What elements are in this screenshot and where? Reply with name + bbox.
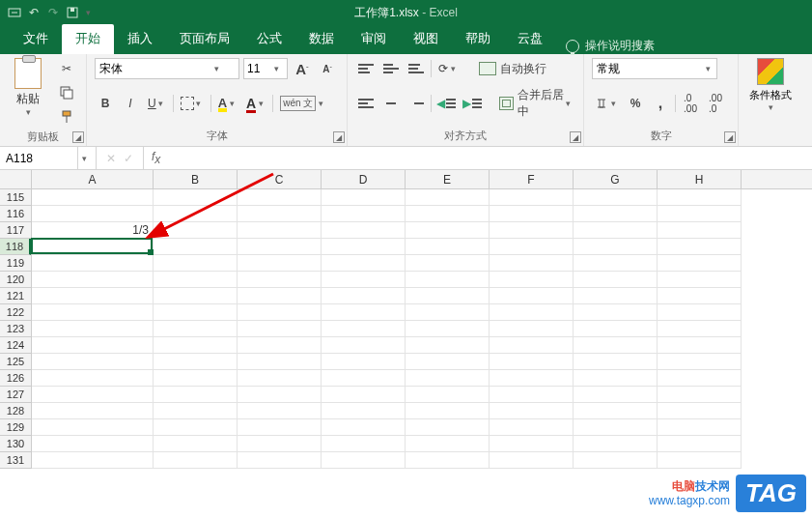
- cell[interactable]: [322, 419, 406, 436]
- col-header-B[interactable]: B: [154, 170, 238, 188]
- row-header[interactable]: 130: [0, 436, 31, 452]
- row-header[interactable]: 125: [0, 354, 31, 370]
- col-header-C[interactable]: C: [238, 170, 322, 188]
- cell[interactable]: [490, 272, 574, 288]
- cell[interactable]: [154, 239, 238, 255]
- cell[interactable]: [406, 387, 490, 403]
- cell[interactable]: [490, 452, 574, 469]
- cell[interactable]: [574, 206, 658, 222]
- cell[interactable]: [238, 304, 322, 321]
- cell[interactable]: [490, 370, 574, 387]
- cell[interactable]: [574, 403, 658, 419]
- cell[interactable]: [406, 189, 490, 206]
- bold-button[interactable]: B: [95, 93, 116, 114]
- italic-button[interactable]: I: [120, 93, 141, 114]
- cell[interactable]: [490, 354, 574, 370]
- fx-icon[interactable]: fx: [144, 150, 168, 166]
- cell[interactable]: [154, 321, 238, 337]
- cell[interactable]: [32, 403, 154, 419]
- align-middle-button[interactable]: [380, 58, 402, 79]
- cell[interactable]: [154, 272, 238, 288]
- cell[interactable]: [32, 337, 154, 354]
- cell[interactable]: [574, 321, 658, 337]
- percent-button[interactable]: %: [625, 93, 646, 114]
- cell[interactable]: [574, 255, 658, 272]
- align-left-button[interactable]: [355, 93, 377, 114]
- cell[interactable]: [406, 206, 490, 222]
- cell[interactable]: [658, 436, 742, 452]
- col-header-F[interactable]: F: [490, 170, 574, 188]
- cell[interactable]: [32, 370, 154, 387]
- cell[interactable]: [154, 370, 238, 387]
- tab-cloud[interactable]: 云盘: [504, 24, 556, 54]
- cut-button[interactable]: ✂: [56, 58, 77, 79]
- cell[interactable]: [658, 189, 742, 206]
- cell[interactable]: [238, 255, 322, 272]
- cell[interactable]: [238, 387, 322, 403]
- orientation-button[interactable]: ⟳▾: [435, 58, 461, 79]
- cell[interactable]: [490, 239, 574, 255]
- qat-dropdown-icon[interactable]: ▾: [83, 4, 93, 21]
- name-box-input[interactable]: [0, 152, 77, 165]
- merge-center-button[interactable]: 合并后居中▾: [496, 93, 575, 114]
- cell[interactable]: [322, 189, 406, 206]
- row-header[interactable]: 116: [0, 206, 31, 222]
- cell[interactable]: [574, 370, 658, 387]
- shrink-font-button[interactable]: Aˇ: [317, 58, 338, 79]
- cell[interactable]: [154, 436, 238, 452]
- row-header[interactable]: 122: [0, 304, 31, 321]
- select-all-corner[interactable]: [0, 170, 32, 189]
- dialog-launcher-icon[interactable]: ◢: [333, 131, 345, 143]
- cell[interactable]: [490, 403, 574, 419]
- cell[interactable]: [154, 189, 238, 206]
- cell[interactable]: [574, 304, 658, 321]
- cell[interactable]: [406, 436, 490, 452]
- chevron-down-icon[interactable]: ▾: [23, 107, 33, 117]
- cell[interactable]: [154, 222, 238, 239]
- cell[interactable]: [490, 337, 574, 354]
- row-header[interactable]: 127: [0, 387, 31, 403]
- comma-button[interactable]: ,: [650, 93, 671, 114]
- cell[interactable]: [154, 206, 238, 222]
- cell[interactable]: [574, 189, 658, 206]
- cell[interactable]: [406, 403, 490, 419]
- decrease-indent-button[interactable]: ◀: [435, 93, 457, 114]
- col-header-A[interactable]: A: [32, 170, 154, 188]
- cell[interactable]: [490, 321, 574, 337]
- row-header[interactable]: 117: [0, 222, 31, 239]
- col-header-E[interactable]: E: [406, 170, 490, 188]
- tab-help[interactable]: 帮助: [452, 24, 504, 54]
- cell[interactable]: [490, 288, 574, 304]
- tab-insert[interactable]: 插入: [114, 24, 166, 54]
- font-color-button[interactable]: A▾: [243, 93, 268, 114]
- cell[interactable]: [322, 321, 406, 337]
- cell[interactable]: [154, 452, 238, 469]
- dialog-launcher-icon[interactable]: ◢: [72, 131, 84, 143]
- chevron-down-icon[interactable]: ▾: [703, 64, 713, 73]
- cell[interactable]: [238, 403, 322, 419]
- cell[interactable]: [658, 304, 742, 321]
- cell[interactable]: [490, 255, 574, 272]
- cell[interactable]: [406, 354, 490, 370]
- cell[interactable]: [658, 387, 742, 403]
- cell[interactable]: [406, 419, 490, 436]
- cell[interactable]: [658, 452, 742, 469]
- cell[interactable]: [658, 222, 742, 239]
- cell[interactable]: [574, 436, 658, 452]
- tab-page-layout[interactable]: 页面布局: [166, 24, 243, 54]
- cell[interactable]: [32, 321, 154, 337]
- cell[interactable]: [490, 304, 574, 321]
- cell[interactable]: [490, 436, 574, 452]
- col-header-D[interactable]: D: [322, 170, 406, 188]
- row-header[interactable]: 131: [0, 452, 31, 469]
- conditional-format-button[interactable]: 条件格式 ▾: [746, 58, 795, 112]
- cell[interactable]: [32, 452, 154, 469]
- cell[interactable]: [238, 288, 322, 304]
- chevron-down-icon[interactable]: ▾: [211, 64, 221, 73]
- format-painter-button[interactable]: [56, 106, 77, 128]
- increase-indent-button[interactable]: ▶: [461, 93, 482, 114]
- row-header[interactable]: 129: [0, 419, 31, 436]
- cell[interactable]: [154, 354, 238, 370]
- formula-input[interactable]: [168, 147, 812, 169]
- cell[interactable]: [32, 255, 154, 272]
